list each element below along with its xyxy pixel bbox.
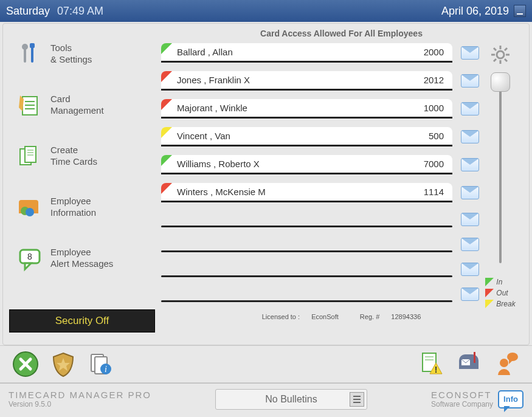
employee-card[interactable]: Majorant , Winkle1000 xyxy=(161,99,452,119)
shield-icon[interactable] xyxy=(50,351,77,377)
mailbox-icon[interactable] xyxy=(455,351,482,377)
mail-icon[interactable] xyxy=(461,74,479,88)
svg-rect-10 xyxy=(25,146,36,162)
status-corner-icon xyxy=(161,183,172,194)
person-chat-icon[interactable] xyxy=(493,351,520,377)
employee-number: 2000 xyxy=(424,47,444,57)
employee-card[interactable]: Winters , McKensie M1114 xyxy=(161,183,452,202)
employee-card-row xyxy=(161,211,479,227)
employee-name: Jones , Franklin X xyxy=(177,75,424,85)
company-sub: Software Company xyxy=(431,400,493,408)
svg-rect-41 xyxy=(474,352,475,363)
sidebar-label: & Settings xyxy=(50,54,92,66)
employee-card-row xyxy=(161,236,479,252)
svg-text:!: ! xyxy=(435,365,438,374)
card-info-icon[interactable]: i xyxy=(88,351,114,377)
employee-card[interactable]: Ballard , Allan2000 xyxy=(161,43,452,63)
scroll-slider-knob[interactable] xyxy=(491,72,510,92)
status-corner-icon xyxy=(161,127,172,138)
title-day: Saturday xyxy=(6,5,50,18)
bottom-toolbar: i ! xyxy=(0,345,532,383)
employee-number: 1000 xyxy=(424,103,444,113)
mail-icon[interactable] xyxy=(461,130,479,143)
employee-name: Williams , Roberto X xyxy=(177,159,424,169)
status-legend: In Out Break xyxy=(485,272,515,311)
legend-break-label: Break xyxy=(496,300,515,308)
sidebar-item-card-management[interactable]: Card Management xyxy=(9,87,155,123)
sidebar-label: Employee xyxy=(50,247,113,258)
empty-card-slot xyxy=(161,300,452,302)
employee-number: 2012 xyxy=(424,75,444,85)
svg-line-24 xyxy=(505,59,507,61)
scroll-slider[interactable] xyxy=(499,76,502,263)
minimize-button[interactable] xyxy=(514,5,526,17)
employee-number: 500 xyxy=(429,131,444,141)
bulletin-box: No Bulletins xyxy=(215,389,367,410)
legend-out-label: Out xyxy=(496,289,508,297)
employee-name: Majorant , Winkle xyxy=(177,103,424,113)
employee-card-row: Vincent , Van500 xyxy=(161,127,479,146)
alert-messages-icon: 8 xyxy=(16,245,43,272)
bulletin-text: No Bulletins xyxy=(265,394,317,405)
sidebar-label: Card xyxy=(50,94,104,105)
employee-card-row: Winters , McKensie M1114 xyxy=(161,183,479,202)
employee-card-row: Jones , Franklin X2012 xyxy=(161,71,479,91)
title-bar: Saturday 07:49 AM April 06, 2019 xyxy=(0,0,532,22)
title-date: April 06, 2019 xyxy=(441,5,509,18)
employee-card[interactable]: Jones , Franklin X2012 xyxy=(161,71,452,91)
status-corner-icon xyxy=(161,43,172,54)
svg-text:i: i xyxy=(105,365,107,374)
product-name: TIMECARD MANAGER PRO xyxy=(9,390,151,400)
close-button[interactable] xyxy=(12,351,39,377)
svg-marker-17 xyxy=(25,263,31,269)
create-timecards-icon xyxy=(16,143,43,170)
employee-card-row xyxy=(161,261,479,277)
bulletin-menu-button[interactable] xyxy=(350,392,364,407)
empty-card-slot xyxy=(161,226,452,227)
sidebar: Tools & Settings Card Management xyxy=(3,24,161,345)
alert-card-icon[interactable]: ! xyxy=(418,351,444,377)
mail-icon[interactable] xyxy=(461,158,479,171)
sidebar-label: Tools xyxy=(50,43,92,54)
svg-point-42 xyxy=(500,359,508,367)
mail-icon[interactable] xyxy=(461,46,479,60)
employee-name: Winters , McKensie M xyxy=(177,187,424,197)
employee-card[interactable]: Williams , Roberto X7000 xyxy=(161,155,452,174)
employee-info-icon xyxy=(16,194,43,221)
sidebar-label: Management xyxy=(50,105,104,117)
settings-gear-icon[interactable] xyxy=(490,44,511,67)
status-corner-icon xyxy=(161,155,172,166)
mail-icon[interactable] xyxy=(461,102,479,115)
mail-icon[interactable] xyxy=(461,213,479,226)
employee-card-row: Ballard , Allan2000 xyxy=(161,43,479,63)
employee-card[interactable]: Vincent , Van500 xyxy=(161,127,452,146)
svg-line-25 xyxy=(494,59,496,61)
empty-card-slot xyxy=(161,275,452,277)
employee-card-row: Williams , Roberto X7000 xyxy=(161,155,479,174)
company-name: ECONSOFT xyxy=(431,390,493,400)
sidebar-item-alert-messages[interactable]: 8 Employee Alert Messages xyxy=(9,240,155,277)
mail-icon[interactable] xyxy=(461,238,479,251)
mail-icon[interactable] xyxy=(461,263,479,276)
sidebar-item-create-timecards[interactable]: Create Time Cards xyxy=(9,138,155,174)
security-toggle-button[interactable]: Security Off xyxy=(9,309,155,333)
tools-icon xyxy=(16,41,43,67)
empty-card-slot xyxy=(161,250,452,252)
alert-count: 8 xyxy=(27,252,32,261)
license-line: Licensed to : EconSoft Reg. # 12894336 xyxy=(161,311,522,322)
sidebar-label: Alert Messages xyxy=(50,258,113,270)
info-button[interactable]: Info xyxy=(498,390,523,408)
sidebar-item-employee-info[interactable]: Employee Information xyxy=(9,189,155,226)
svg-point-1 xyxy=(22,44,28,50)
title-time: 07:49 AM xyxy=(57,5,103,18)
mail-icon[interactable] xyxy=(461,186,479,199)
employee-number: 1114 xyxy=(424,187,444,197)
employee-card-row: Majorant , Winkle1000 xyxy=(161,99,479,119)
sidebar-label: Create xyxy=(50,145,97,156)
employee-number: 7000 xyxy=(424,159,444,169)
sidebar-item-tools[interactable]: Tools & Settings xyxy=(9,36,155,72)
mail-icon[interactable] xyxy=(461,288,479,301)
employee-card-row xyxy=(161,286,479,302)
employee-name: Vincent , Van xyxy=(177,131,429,141)
status-corner-icon xyxy=(161,71,172,82)
